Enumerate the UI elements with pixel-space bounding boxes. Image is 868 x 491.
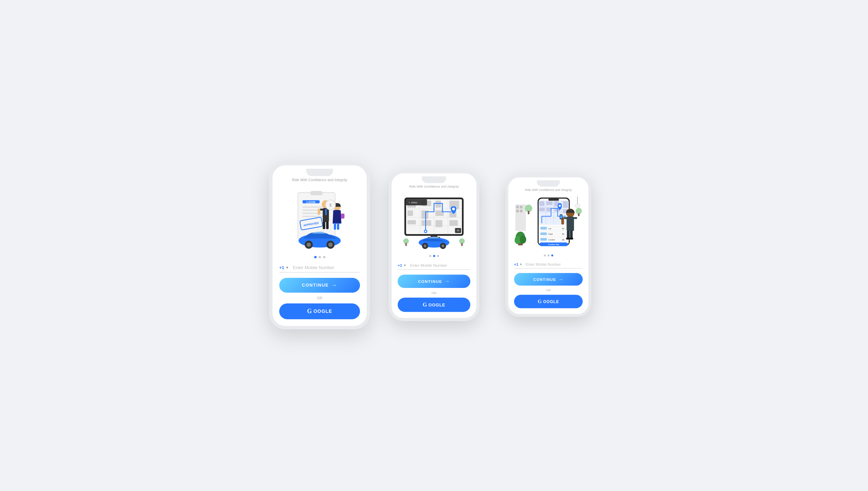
- svg-text:$: $: [329, 203, 331, 207]
- svg-text:Confirm ride: Confirm ride: [548, 243, 559, 245]
- svg-rect-125: [578, 213, 580, 216]
- svg-rect-100: [540, 232, 547, 235]
- google-label-2: OOGLE: [429, 302, 445, 307]
- svg-rect-96: [540, 227, 547, 229]
- svg-point-121: [575, 204, 580, 207]
- svg-rect-68: [520, 205, 523, 208]
- loan-illustration: LOAN APPROVED: [279, 187, 360, 251]
- or-text-3: OR: [546, 288, 551, 292]
- svg-rect-111: [563, 217, 567, 219]
- dot-1-2: [319, 256, 321, 258]
- google-button-1[interactable]: G OOGLE: [279, 304, 360, 319]
- google-button-2[interactable]: G OOGLE: [398, 297, 470, 312]
- svg-rect-116: [567, 230, 569, 238]
- or-text-2: OR: [432, 291, 437, 295]
- country-code-1: +1: [279, 265, 284, 270]
- svg-rect-23: [341, 213, 344, 219]
- svg-rect-117: [570, 230, 572, 238]
- notch-bar-3: [508, 177, 588, 188]
- svg-rect-119: [569, 237, 573, 239]
- phone-placeholder-3: Enter Mobile Number: [526, 262, 583, 266]
- svg-text:Comfort: Comfort: [548, 238, 555, 240]
- nav-illustration: ↖ 200m 40: [398, 193, 470, 250]
- phone-screen-2: Ride With Confidence and Integrity: [392, 173, 476, 318]
- svg-rect-7: [303, 215, 324, 217]
- svg-rect-45: [422, 220, 431, 226]
- svg-point-12: [307, 242, 311, 247]
- svg-text:Flash: Flash: [548, 233, 553, 235]
- dropdown-arrow-2[interactable]: ▼: [403, 264, 406, 267]
- ride-illustration: Car $4 Flash $6 Comfort $8: [514, 194, 583, 251]
- notch-bar-2: [392, 173, 476, 184]
- svg-rect-118: [566, 237, 570, 239]
- google-g-2: G: [423, 301, 427, 308]
- phone-frame-1: Ride With Confidence and Integrity LOAN: [269, 162, 370, 329]
- country-code-3: +1: [514, 262, 519, 266]
- tagline-3: Ride With Confidence and Integrity: [525, 188, 572, 191]
- svg-text:Car: Car: [548, 227, 551, 229]
- google-g-3: G: [538, 298, 542, 305]
- svg-rect-60: [461, 243, 463, 246]
- or-text-1: OR: [317, 296, 323, 300]
- phone-placeholder-2: Enter Mobile Number: [410, 263, 470, 268]
- svg-rect-1: [310, 191, 323, 195]
- svg-text:↖ 200m: ↖ 200m: [408, 201, 417, 204]
- continue-arrow-2: →: [445, 279, 450, 284]
- phone-content-3: Ride With Confidence and Integrity: [508, 188, 588, 314]
- svg-rect-91: [563, 201, 568, 208]
- phone-frame-3: Ride With Confidence and Integrity: [506, 174, 591, 317]
- country-code-2: +1: [398, 263, 402, 268]
- svg-rect-24: [334, 223, 336, 230]
- dot-1-3: [323, 256, 326, 258]
- phone-input-row-2[interactable]: +1 ▼ Enter Mobile Number: [398, 263, 470, 270]
- svg-rect-77: [548, 198, 559, 200]
- continue-button-2[interactable]: CONTINUE →: [398, 275, 470, 288]
- google-button-3[interactable]: G OOGLE: [514, 295, 583, 308]
- dot-2-1: [429, 255, 431, 257]
- dot-3-1: [544, 254, 546, 256]
- google-g-1: G: [307, 308, 312, 315]
- svg-point-57: [403, 238, 409, 244]
- phone-screen-3: Ride With Confidence and Integrity: [508, 177, 588, 314]
- phone-input-row-3[interactable]: +1 ▼ Enter Mobile Number: [514, 262, 583, 268]
- phone-placeholder-1: Enter Mobile Number: [293, 265, 360, 270]
- phone-frame-2: Ride With Confidence and Integrity: [389, 170, 479, 321]
- dropdown-arrow-3[interactable]: ▼: [520, 263, 522, 266]
- svg-rect-69: [516, 209, 519, 212]
- svg-rect-19: [318, 208, 320, 214]
- svg-point-14: [328, 242, 333, 247]
- continue-button-1[interactable]: CONTINUE →: [279, 278, 360, 293]
- dot-3-active: [551, 254, 553, 256]
- dot-3-2: [547, 254, 549, 256]
- illustration-1: LOAN APPROVED: [279, 185, 360, 253]
- svg-rect-58: [405, 243, 407, 246]
- svg-rect-25: [337, 223, 339, 230]
- svg-rect-114: [560, 215, 562, 219]
- dots-1: [314, 256, 326, 258]
- svg-text:$6: $6: [562, 233, 564, 235]
- google-label-3: OOGLE: [543, 299, 559, 304]
- svg-rect-67: [516, 205, 519, 208]
- continue-arrow-3: →: [558, 277, 563, 282]
- phone-input-row-1[interactable]: +1 ▼ Enter Mobile Number: [279, 265, 360, 272]
- continue-button-3[interactable]: CONTINUE →: [514, 273, 583, 285]
- phone-content-2: Ride With Confidence and Integrity: [392, 185, 476, 318]
- svg-rect-88: [539, 207, 545, 211]
- svg-text:$4: $4: [562, 227, 564, 229]
- showcase-container: Ride With Confidence and Integrity LOAN: [269, 162, 599, 329]
- dropdown-arrow-1[interactable]: ▼: [286, 266, 289, 269]
- continue-label-3: CONTINUE: [533, 277, 556, 282]
- continue-label-1: CONTINUE: [302, 283, 329, 288]
- svg-rect-47: [450, 220, 458, 226]
- svg-rect-41: [435, 200, 441, 207]
- svg-rect-110: [566, 216, 574, 231]
- tagline-2: Ride With Confidence and Integrity: [409, 185, 459, 188]
- svg-rect-20: [323, 221, 325, 229]
- dot-2-active: [433, 255, 435, 257]
- svg-rect-17: [326, 209, 327, 215]
- svg-rect-86: [546, 201, 553, 205]
- dot-1-active: [314, 256, 317, 258]
- svg-rect-46: [435, 220, 442, 227]
- svg-rect-37: [407, 210, 413, 216]
- phone-content-1: Ride With Confidence and Integrity LOAN: [273, 178, 367, 326]
